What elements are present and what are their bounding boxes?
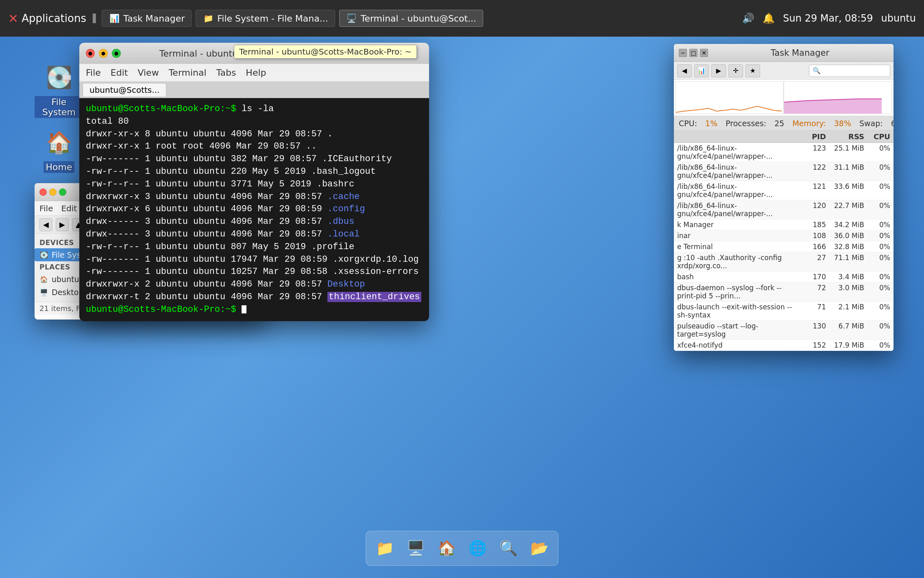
- tm-table-row[interactable]: /lib/x86_64-linux-gnu/xfce4/panel/wrappe…: [674, 143, 893, 162]
- task-manager-window: ─ □ ✕ Task Manager ◀ 📊 ▶ ✛ ★ 🔍 ✕: [674, 44, 893, 351]
- fm-menu-edit[interactable]: Edit: [61, 204, 77, 213]
- taskbar-btn-terminal[interactable]: 🖥️ Terminal - ubuntu@Scot...: [339, 10, 483, 27]
- tm-table-row[interactable]: /lib/x86_64-linux-gnu/xfce4/panel/wrappe…: [674, 162, 893, 181]
- terminal-menu-tabs[interactable]: Tabs: [216, 68, 236, 78]
- fm-back-btn[interactable]: ◀: [39, 218, 52, 231]
- terminal-menu-view[interactable]: View: [137, 68, 159, 78]
- tm-proc-cpu: 0%: [866, 322, 890, 338]
- terminal-min-btn[interactable]: ●: [99, 49, 108, 58]
- tm-table-row[interactable]: /lib/x86_64-linux-gnu/xfce4/panel/wrappe…: [674, 181, 893, 200]
- tm-stat-cpu-label: CPU:: [679, 119, 697, 128]
- tm-proc-name: inar: [677, 232, 800, 240]
- taskbar-btn-task-manager[interactable]: 📊 Task Manager: [102, 10, 192, 27]
- tm-proc-rss: 22.7 MiB: [828, 201, 864, 218]
- tm-table-row[interactable]: inar 108 36.0 MiB 0%: [674, 230, 893, 241]
- terminal-icon: 🖥️: [346, 13, 357, 24]
- tm-proc-cpu: 0%: [866, 221, 890, 229]
- panel-user: ubuntu: [881, 13, 916, 24]
- tm-proc-name: dbus-launch --exit-with-session --sh-syn…: [677, 303, 800, 319]
- app-menu[interactable]: ✕ Applications ▐: [8, 11, 96, 26]
- tm-proc-name: /lib/x86_64-linux-gnu/xfce4/panel/wrappe…: [677, 182, 800, 199]
- desktop-icon-home[interactable]: 🏠 Home: [35, 126, 83, 173]
- terminal-line-prompt: ubuntu@Scotts-MacBook-Pro:~$ ls -la: [86, 103, 423, 116]
- dock-item-terminal[interactable]: 🖥️: [401, 534, 430, 563]
- terminal-max-btn[interactable]: ●: [112, 49, 121, 58]
- terminal-line-6: -rw-r--r-- 1 ubuntu ubuntu 3771 May 5 20…: [86, 178, 423, 191]
- filesystem-icon: 💽: [43, 61, 75, 94]
- dock-item-search[interactable]: 🔍: [494, 534, 523, 563]
- tm-table-row[interactable]: e Terminal 166 32.8 MiB 0%: [674, 241, 893, 252]
- tm-proc-pid: 108: [802, 232, 826, 240]
- terminal-body[interactable]: ubuntu@Scotts-MacBook-Pro:~$ ls -la tota…: [79, 98, 429, 321]
- tm-col-rss-header: RSS: [828, 132, 864, 141]
- desktop-icon-filesystem[interactable]: 💽 File System: [35, 61, 83, 118]
- xfce-icon: ✕: [8, 11, 18, 26]
- terminal-menu-help[interactable]: Help: [246, 68, 266, 78]
- taskbar-label-task-manager: Task Manager: [123, 13, 185, 24]
- tm-table-row[interactable]: xfce4-notifyd 152 17.9 MiB 0%: [674, 340, 893, 351]
- tm-close-btn[interactable]: ✕: [700, 49, 708, 57]
- tm-search-input[interactable]: [823, 66, 893, 75]
- dock-item-home[interactable]: 🏠: [432, 534, 461, 563]
- terminal-menu-file[interactable]: File: [86, 68, 101, 78]
- terminal-line-8: drwxrwxr-x 6 ubuntu ubuntu 4096 Mar 29 0…: [86, 203, 423, 216]
- taskbar: 📊 Task Manager 📁 File System - File Mana…: [102, 10, 736, 27]
- taskbar-btn-file-manager[interactable]: 📁 File System - File Mana...: [196, 10, 335, 27]
- fm-forward-btn[interactable]: ▶: [56, 218, 69, 231]
- tm-proc-pid: 71: [802, 303, 826, 319]
- terminal-window-controls: ● ● ●: [86, 49, 121, 58]
- dock-item-files[interactable]: 📁: [370, 534, 399, 563]
- file-manager-icon: 📁: [203, 13, 214, 24]
- tm-proc-cpu: 0%: [866, 232, 890, 240]
- tm-table-row[interactable]: k Manager 185 34.2 MiB 0%: [674, 219, 893, 230]
- dock-item-folder2[interactable]: 📂: [525, 534, 554, 563]
- notification-icon[interactable]: 🔔: [763, 13, 775, 24]
- tm-btn-move[interactable]: ✛: [728, 64, 743, 77]
- tm-table-row[interactable]: dbus-launch --exit-with-session --sh-syn…: [674, 302, 893, 321]
- tm-proc-cpu: 0%: [866, 182, 890, 199]
- terminal-line-12: -rw------- 1 ubuntu ubuntu 17947 Mar 29 …: [86, 254, 423, 266]
- fm-max-btn[interactable]: [59, 188, 66, 196]
- tm-search-icon: 🔍: [813, 67, 821, 74]
- tm-table-row[interactable]: bash 170 3.4 MiB 0%: [674, 271, 893, 282]
- tm-stat-memory-label: Memory:: [792, 119, 826, 128]
- terminal-line-9: drwx------ 3 ubuntu ubuntu 4096 Mar 29 0…: [86, 216, 423, 228]
- terminal-prompt-2: ubuntu@Scotts-MacBook-Pro:~$: [86, 304, 423, 316]
- tm-proc-cpu: 0%: [866, 341, 890, 349]
- fm-min-btn[interactable]: [49, 188, 57, 196]
- tm-stat-swap-label: Swap:: [859, 119, 883, 128]
- tm-proc-rss: 2.1 MiB: [828, 303, 864, 319]
- tm-proc-rss: 6.7 MiB: [828, 322, 864, 338]
- tm-proc-pid: 121: [802, 182, 826, 199]
- tm-btn-star[interactable]: ★: [745, 64, 760, 77]
- tm-btn-3[interactable]: ▶: [711, 64, 726, 77]
- tm-window-controls: ─ □ ✕: [679, 49, 708, 57]
- terminal-menu-terminal[interactable]: Terminal: [169, 68, 207, 78]
- tm-table-row[interactable]: pulseaudio --start --log-target=syslog 1…: [674, 321, 893, 340]
- tm-min-btn[interactable]: ─: [679, 49, 687, 57]
- terminal-line-1: total 80: [86, 116, 423, 128]
- dock-item-browser[interactable]: 🌐: [463, 534, 492, 563]
- volume-icon[interactable]: 🔊: [742, 13, 754, 24]
- tm-btn-screenshot[interactable]: 📊: [694, 64, 709, 77]
- tm-table-row[interactable]: g :10 -auth .Xauthority -config xrdp/xor…: [674, 252, 893, 271]
- tm-proc-rss: 36.0 MiB: [828, 232, 864, 240]
- tm-proc-name: k Manager: [677, 221, 800, 229]
- fm-menu-file[interactable]: File: [39, 204, 53, 213]
- terminal-line-15: drwxrwxr-t 2 ubuntu ubuntu 4096 Mar 29 0…: [86, 291, 423, 304]
- terminal-menu-edit[interactable]: Edit: [111, 68, 128, 78]
- fm-close-btn[interactable]: [39, 188, 47, 196]
- tm-table-row[interactable]: dbus-daemon --syslog --fork --print-pid …: [674, 282, 893, 302]
- terminal-tooltip: Terminal - ubuntu@Scotts-MacBook-Pro: ~: [234, 45, 417, 59]
- tm-max-btn[interactable]: □: [689, 49, 697, 57]
- tm-proc-rss: 3.0 MiB: [828, 284, 864, 300]
- tm-proc-name: /lib/x86_64-linux-gnu/xfce4/panel/wrappe…: [677, 144, 800, 160]
- tm-btn-1[interactable]: ◀: [677, 64, 692, 77]
- terminal-tab-1[interactable]: ubuntu@Scotts...: [83, 83, 166, 96]
- tm-search[interactable]: 🔍 ✕: [809, 65, 890, 77]
- tm-table-row[interactable]: /lib/x86_64-linux-gnu/xfce4/panel/wrappe…: [674, 200, 893, 219]
- terminal-close-btn[interactable]: ●: [86, 49, 95, 58]
- taskbar-label-terminal: Terminal - ubuntu@Scot...: [361, 13, 476, 24]
- tm-stats-bar: CPU: 1% Processes: 25 Memory: 38% Swap: …: [674, 116, 893, 131]
- panel-right: 🔊 🔔 Sun 29 Mar, 08:59 ubuntu: [742, 13, 916, 24]
